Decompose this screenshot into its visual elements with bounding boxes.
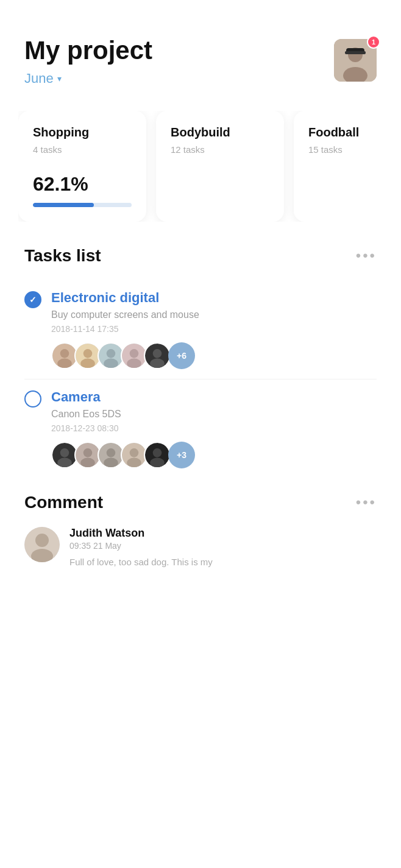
comment-time: 09:35 21 May (69, 541, 213, 551)
user-avatar-wrapper[interactable]: 1 (334, 39, 377, 82)
card-title: Shopping (33, 125, 132, 139)
avatar (144, 442, 171, 468)
svg-point-9 (83, 349, 93, 358)
card-foodball[interactable]: Foodball 15 tasks (294, 111, 383, 222)
tasks-section: Tasks list ••• Electronic digital Buy co… (0, 234, 401, 478)
comment-more-button[interactable]: ••• (356, 494, 377, 511)
avatar (144, 342, 171, 369)
svg-point-27 (107, 448, 116, 457)
comment-title: Comment (24, 493, 103, 512)
svg-point-24 (83, 448, 93, 457)
svg-point-18 (153, 349, 162, 358)
card-bodybuild[interactable]: Bodybuild 12 tasks (156, 111, 284, 222)
task-content: Camera Canon Eos 5DS 2018-12-23 08:30 (51, 389, 377, 468)
tasks-more-button[interactable]: ••• (356, 247, 377, 264)
task-content: Electronic digital Buy computer screens … (51, 290, 377, 369)
chevron-down-icon: ▾ (57, 74, 62, 83)
page-title: My project (24, 37, 152, 65)
comment-avatar (24, 527, 60, 562)
progress-fill (33, 203, 94, 207)
task-name: Electronic digital (51, 290, 377, 306)
month-selector[interactable]: June ▾ (24, 71, 152, 86)
task-top: Electronic digital Buy computer screens … (24, 290, 377, 369)
svg-point-33 (153, 448, 162, 457)
task-item: Camera Canon Eos 5DS 2018-12-23 08:30 (24, 379, 377, 478)
header-left: My project June ▾ (24, 37, 152, 86)
svg-point-30 (130, 448, 139, 457)
svg-rect-4 (345, 51, 366, 54)
task-date: 2018-12-23 08:30 (51, 423, 377, 433)
cards-scroll: Shopping 4 tasks 62.1% Bodybuild 12 task… (18, 111, 383, 222)
comment-author: Judith Watson (69, 527, 213, 540)
header: My project June ▾ 1 (0, 0, 401, 99)
notification-badge: 1 (367, 35, 380, 49)
svg-point-36 (35, 534, 49, 547)
task-checkbox-checked[interactable] (24, 291, 41, 308)
task-item: Electronic digital Buy computer screens … (24, 280, 377, 379)
card-title: Bodybuild (171, 125, 269, 139)
task-name: Camera (51, 389, 377, 405)
tasks-title: Tasks list (24, 246, 101, 266)
task-desc: Canon Eos 5DS (51, 409, 377, 420)
comment-text: Full of love, too sad dog. This is my (69, 556, 213, 570)
tasks-header: Tasks list ••• (24, 246, 377, 266)
card-title: Foodball (308, 125, 383, 139)
card-percent: 62.1% (33, 173, 132, 196)
task-avatars: +6 (51, 342, 377, 369)
svg-point-15 (130, 349, 139, 358)
card-tasks: 12 tasks (171, 144, 269, 155)
month-label: June (24, 71, 54, 86)
task-avatars: +3 (51, 442, 377, 468)
progress-bar (33, 203, 132, 207)
cards-section: Shopping 4 tasks 62.1% Bodybuild 12 task… (0, 99, 401, 234)
task-date: 2018-11-14 17:35 (51, 324, 377, 334)
comment-section: Comment ••• Judith Watson 09:35 21 May F… (0, 478, 401, 584)
svg-point-12 (107, 349, 116, 358)
comment-header: Comment ••• (24, 493, 377, 512)
comment-item: Judith Watson 09:35 21 May Full of love,… (24, 527, 377, 570)
card-tasks: 15 tasks (308, 144, 383, 155)
svg-point-21 (60, 448, 69, 457)
card-shopping[interactable]: Shopping 4 tasks 62.1% (18, 111, 146, 222)
task-checkbox-unchecked[interactable] (24, 390, 41, 408)
avatar-more-count: +6 (168, 342, 195, 369)
comment-content: Judith Watson 09:35 21 May Full of love,… (69, 527, 213, 570)
card-tasks: 4 tasks (33, 144, 132, 155)
task-top: Camera Canon Eos 5DS 2018-12-23 08:30 (24, 389, 377, 468)
avatar-more-count: +3 (168, 442, 195, 468)
task-desc: Buy computer screens and mouse (51, 309, 377, 320)
svg-point-6 (60, 349, 69, 358)
